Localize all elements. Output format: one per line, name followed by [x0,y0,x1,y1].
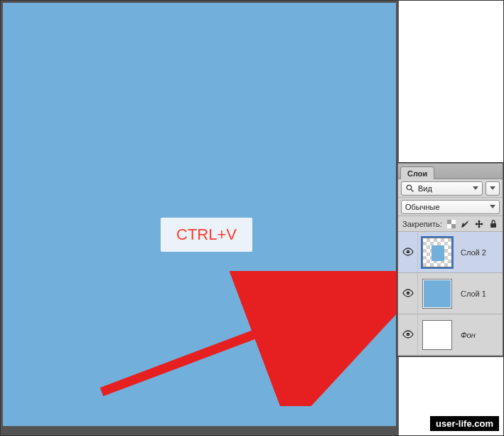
layers-list: Слой 2 Слой 1 Фон [398,232,503,356]
layer-item[interactable]: Фон [398,314,503,356]
svg-rect-7 [447,224,451,228]
layer-name[interactable]: Слой 2 [461,248,486,257]
visibility-toggle[interactable] [398,232,418,272]
filter-options-dropdown[interactable] [486,181,500,196]
svg-point-2 [407,185,411,189]
watermark: user-life.com [430,416,499,431]
svg-point-11 [406,332,409,336]
eye-icon [402,248,414,257]
layer-name[interactable]: Фон [461,331,476,339]
svg-line-3 [411,189,413,191]
eye-icon [402,330,414,340]
svg-rect-6 [451,220,456,224]
chevron-down-icon [490,205,495,208]
svg-point-9 [406,250,409,253]
filter-kind-dropdown[interactable]: Вид [401,181,483,196]
search-icon [405,184,415,193]
svg-rect-8 [490,223,496,228]
layer-item[interactable]: Слой 2 [398,232,503,273]
tab-layers[interactable]: Слои [400,166,434,179]
layer-thumbnail[interactable] [422,320,452,350]
lock-all-icon[interactable] [488,219,498,229]
lock-transparent-icon[interactable] [446,219,456,229]
svg-rect-4 [447,220,451,224]
svg-rect-5 [451,224,456,228]
filter-kind-label: Вид [418,184,432,193]
blend-mode-label: Обычные [405,203,440,211]
visibility-toggle[interactable] [398,314,418,355]
layer-name[interactable]: Слой 1 [461,289,486,298]
svg-point-10 [406,291,409,294]
visibility-toggle[interactable] [398,273,418,314]
chevron-down-icon [473,186,478,190]
keyboard-hint: CTRL+V [161,218,252,252]
layer-thumbnail[interactable] [422,279,452,309]
lock-position-icon[interactable] [474,219,484,229]
lock-row: Закрепить: [398,216,503,232]
lock-pixels-icon[interactable] [461,219,471,229]
blend-mode-row: Обычные [398,198,503,216]
canvas-area: CTRL+V [1,1,399,436]
layer-item[interactable]: Слой 1 [398,273,503,314]
document-canvas[interactable]: CTRL+V [3,3,396,426]
chevron-down-icon [490,186,495,190]
layers-panel: Слои Вид Обычные Закрепить: [397,163,503,356]
panel-tabs: Слои [398,164,503,179]
eye-icon [402,289,414,299]
layer-thumbnail[interactable] [422,238,452,267]
lock-label: Закрепить: [402,220,442,228]
blend-mode-dropdown[interactable]: Обычные [401,200,500,214]
layer-kind-row: Вид [398,179,503,198]
